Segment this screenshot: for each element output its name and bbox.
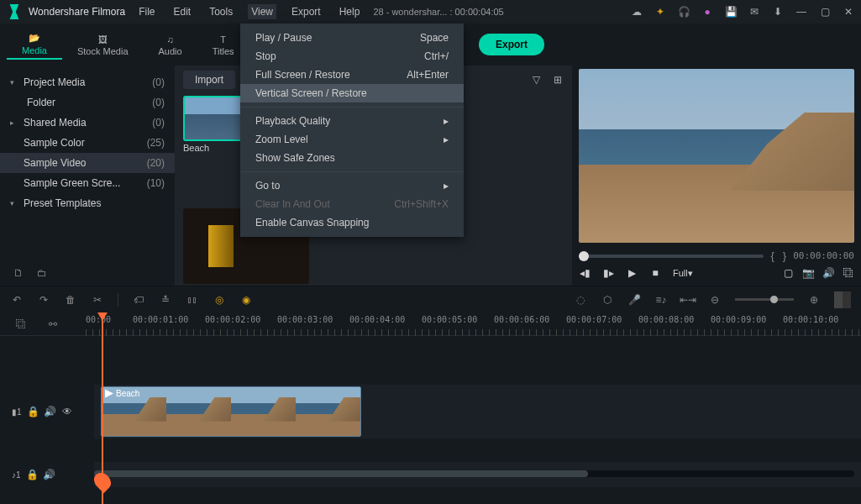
full-label[interactable]: Full ▾ [673, 267, 693, 279]
tab-label: Media [22, 45, 47, 55]
equalizer-icon[interactable]: ⫾⫾ [186, 293, 199, 307]
new-folder-icon[interactable]: 🗋 [13, 267, 25, 279]
volume-icon[interactable]: 🔊 [45, 470, 55, 480]
shield-icon[interactable]: ⬡ [601, 293, 614, 307]
track-body-video[interactable]: Beach [94, 385, 861, 438]
mixer-icon[interactable]: ≡♪ [654, 293, 668, 307]
headphones-icon[interactable]: 🎧 [678, 6, 690, 18]
track-area: ▮1 🔒 🔊 👁 Beach ♪1 🔒 🔊 [0, 336, 861, 479]
import-button[interactable]: Import [183, 71, 235, 89]
mark-in-icon[interactable]: { [770, 249, 774, 262]
cut-icon[interactable]: ✂ [91, 293, 104, 307]
filter-icon[interactable]: ▽ [530, 74, 542, 86]
display-icon[interactable]: ▢ [782, 267, 794, 279]
chevron-down-icon: ▾ [10, 78, 20, 87]
cloud-icon[interactable]: ☁ [631, 6, 643, 18]
ruler-marks [86, 329, 861, 336]
sidebar-item-sample-video[interactable]: Sample Video(20) [0, 153, 175, 173]
lock-icon[interactable]: 🔒 [28, 470, 38, 480]
fit-icon[interactable]: ⇤⇥ [681, 293, 695, 307]
tab-audio[interactable]: ♫ Audio [144, 31, 197, 59]
dropdown-clear-inout[interactable]: Clear In And OutCtrl+Shift+X [240, 195, 464, 213]
eye-icon[interactable]: 👁 [62, 407, 72, 417]
delete-icon[interactable]: 🗑 [64, 293, 77, 307]
dropdown-goto[interactable]: Go to▸ [240, 176, 464, 195]
sidebar-item-project-media[interactable]: ▾Project Media(0) [0, 72, 175, 92]
dropdown-vertical-screen[interactable]: Vertical Screen / Restore [240, 84, 464, 102]
grid-view-icon[interactable]: ⊞ [552, 74, 564, 86]
close-icon[interactable]: ✕ [843, 6, 854, 18]
dropdown-separator [240, 171, 464, 172]
main-menu: File Edit Tools View Export Help [135, 4, 363, 19]
volume-icon[interactable]: 🔊 [45, 407, 55, 417]
timeline-toolbar: ↶ ↷ 🗑 ✂ 🏷 ≛ ⫾⫾ ◎ ◉ ◌ ⬡ 🎤 ≡♪ ⇤⇥ ⊖ ⊕ [0, 286, 861, 312]
maximize-icon[interactable]: ▢ [819, 6, 831, 18]
color-icon[interactable]: ◉ [239, 293, 253, 307]
frame-back-icon[interactable]: ▮▸ [602, 267, 614, 279]
dropdown-zoom-level[interactable]: Zoom Level▸ [240, 130, 464, 149]
export-button[interactable]: Export [479, 34, 544, 55]
menu-edit[interactable]: Edit [171, 4, 195, 19]
layout-toggle[interactable] [834, 291, 851, 308]
view-dropdown: Play / PauseSpace StopCtrl+/ Full Screen… [240, 24, 464, 237]
step-back-icon[interactable]: ◂▮ [579, 267, 591, 279]
redo-icon[interactable]: ↷ [37, 293, 50, 307]
dropdown-play-pause[interactable]: Play / PauseSpace [240, 29, 464, 47]
menu-file[interactable]: File [135, 4, 158, 19]
play-icon[interactable]: ▶ [626, 267, 638, 279]
menu-view[interactable]: View [248, 4, 276, 19]
snapshot-icon[interactable]: 📷 [802, 267, 814, 279]
preview-image[interactable] [579, 69, 854, 243]
save-icon[interactable]: 💾 [725, 6, 737, 18]
target-icon[interactable]: ◌ [574, 293, 587, 307]
link-icon[interactable]: ⚯ [45, 317, 60, 332]
adjust-icon[interactable]: ≛ [159, 293, 172, 307]
mic-icon[interactable]: 🎤 [627, 293, 641, 307]
copy-icon[interactable]: ⿻ [843, 267, 854, 279]
speed-icon[interactable]: ◎ [213, 293, 226, 307]
time-display: 00:00:00:00 [793, 250, 854, 261]
dropdown-canvas-snapping[interactable]: Enable Canvas Snapping [240, 213, 464, 232]
undo-icon[interactable]: ↶ [10, 293, 24, 307]
profile-icon[interactable]: ● [701, 6, 713, 18]
image-icon: 🖼 [95, 34, 110, 45]
clip-beach[interactable]: Beach [101, 386, 361, 437]
dropdown-playback-quality[interactable]: Playback Quality▸ [240, 112, 464, 130]
dropdown-fullscreen[interactable]: Full Screen / RestoreAlt+Enter [240, 66, 464, 84]
zoom-slider[interactable] [735, 298, 794, 301]
project-indicator: 28 - wondershar... : 00:00:04:05 [373, 7, 503, 17]
lock-icon[interactable]: 🔒 [29, 407, 39, 417]
sidebar-footer: 🗋 🗀 [0, 267, 49, 279]
sidebar-item-sample-green[interactable]: Sample Green Scre...(10) [0, 173, 175, 193]
minimize-icon[interactable]: — [795, 6, 807, 18]
track-head-video: ▮1 🔒 🔊 👁 [0, 407, 94, 417]
tab-stock-media[interactable]: 🖼 Stock Media [62, 31, 144, 59]
menu-tools[interactable]: Tools [206, 4, 236, 19]
volume-icon[interactable]: 🔊 [822, 267, 834, 279]
bulb-icon[interactable]: ✦ [654, 6, 666, 18]
sidebar-item-shared-media[interactable]: ▸Shared Media(0) [0, 113, 175, 133]
dropdown-stop[interactable]: StopCtrl+/ [240, 47, 464, 66]
zoom-in-icon[interactable]: ⊕ [807, 293, 821, 307]
mail-icon[interactable]: ✉ [748, 6, 760, 18]
zoom-out-icon[interactable]: ⊖ [708, 293, 722, 307]
tab-media[interactable]: 📂 Media [7, 30, 62, 60]
sidebar-item-folder[interactable]: Folder(0) [0, 92, 175, 113]
tab-label: Audio [159, 46, 182, 56]
tag-icon[interactable]: 🏷 [132, 293, 145, 307]
folder-icon[interactable]: 🗀 [37, 267, 49, 279]
sidebar-item-sample-color[interactable]: Sample Color(25) [0, 133, 175, 153]
dropdown-safe-zones[interactable]: Show Safe Zones [240, 149, 464, 167]
media-thumb-beach[interactable]: Beach [183, 96, 242, 153]
mark-out-icon[interactable]: } [783, 249, 786, 262]
stop-icon[interactable]: ■ [649, 267, 661, 279]
timeline-scrollbar[interactable] [94, 470, 854, 477]
sidebar-item-preset-templates[interactable]: ▾Preset Templates [0, 193, 175, 213]
overlap-icon[interactable]: ⿻ [13, 317, 29, 332]
scrub-bar[interactable] [579, 255, 764, 258]
playhead[interactable] [102, 312, 103, 504]
ruler[interactable]: 00:00 00:00:01:00 00:00:02:00 00:00:03:0… [86, 312, 861, 336]
download-icon[interactable]: ⬇ [772, 6, 784, 18]
menu-export[interactable]: Export [288, 4, 324, 19]
menu-help[interactable]: Help [336, 4, 364, 19]
